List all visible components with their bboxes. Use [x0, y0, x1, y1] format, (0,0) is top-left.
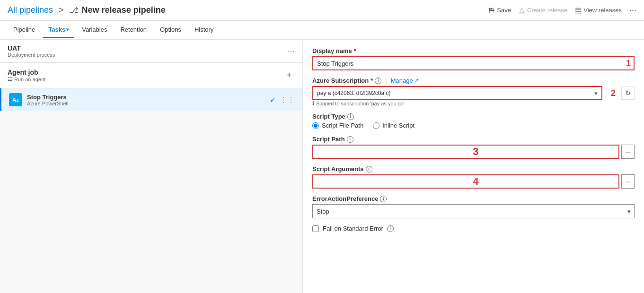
radio-script-file-path-input[interactable] — [312, 122, 319, 129]
error-action-group: ErrorActionPreference i Stop Continue Si… — [312, 195, 635, 218]
error-action-info-icon[interactable]: i — [380, 196, 387, 202]
script-path-input[interactable] — [312, 145, 619, 159]
subscription-value: pay a (c42063. df2f392c0afc) — [317, 90, 390, 96]
scoped-note: ℹ Scoped to subscription 'pay as you go' — [312, 100, 635, 106]
task-type: Azure PowerShell — [27, 101, 68, 106]
tasks-chevron-icon: ▾ — [66, 27, 69, 32]
tab-history[interactable]: History — [189, 22, 219, 38]
page-title: New release pipeline — [82, 5, 166, 15]
fail-on-error-info-icon[interactable]: i — [387, 225, 394, 232]
agent-job-subtitle: ☰ Run on agent — [8, 76, 45, 82]
more-actions-button[interactable]: ··· — [629, 5, 636, 15]
nav-tabs: Pipeline Tasks ▾ Variables Retention Opt… — [0, 21, 644, 40]
agent-icon: ☰ — [8, 76, 12, 82]
error-action-label: ErrorActionPreference i — [312, 195, 635, 202]
script-arguments-input[interactable] — [312, 174, 619, 189]
script-type-radio-group: Script File Path Inline Script — [312, 122, 635, 129]
external-link-icon: ↗ — [414, 77, 419, 84]
uat-section: UAT Deployment process ··· — [0, 40, 302, 63]
radio-inline-script[interactable]: Inline Script — [373, 122, 415, 129]
task-item-right: ✓ ⋮⋮ — [270, 95, 295, 104]
uat-subtitle: Deployment process — [8, 52, 55, 58]
uat-more-button[interactable]: ··· — [288, 47, 295, 55]
azure-powershell-icon: Az — [9, 93, 22, 106]
tab-variables[interactable]: Variables — [76, 22, 113, 38]
subscription-chevron-icon: ▾ — [594, 90, 598, 97]
task-check-icon: ✓ — [270, 95, 276, 104]
script-arguments-label: Script Arguments i — [312, 165, 635, 172]
error-action-select[interactable]: Stop Continue SilentlyContinue — [312, 204, 635, 218]
task-item-left: Az Stop Triggers Azure PowerShell — [9, 93, 68, 106]
subscription-label-row: Azure Subscription * i | Manage ↗ — [312, 77, 635, 84]
uat-header: UAT Deployment process ··· — [0, 40, 302, 62]
display-name-required: * — [354, 47, 356, 54]
subscription-select[interactable]: pay a (c42063. df2f392c0afc) ▾ — [312, 86, 602, 100]
subscription-refresh-button[interactable]: ↻ — [621, 86, 635, 100]
uat-title: UAT — [8, 44, 55, 52]
pipe-separator: | — [385, 77, 387, 84]
left-panel: UAT Deployment process ··· Agent job ☰ R… — [0, 40, 303, 293]
tab-retention[interactable]: Retention — [115, 22, 152, 38]
script-arguments-info-icon[interactable]: i — [366, 166, 372, 172]
fail-on-error-checkbox[interactable] — [312, 225, 319, 232]
breadcrumb-link[interactable]: All pipelines — [8, 5, 53, 15]
info-small-icon: ℹ — [312, 100, 314, 106]
uat-info: UAT Deployment process — [8, 44, 55, 58]
azure-subscription-group: Azure Subscription * i | Manage ↗ pay a … — [312, 77, 635, 106]
subscription-info-icon[interactable]: i — [375, 78, 381, 84]
top-bar: All pipelines > ⎇ New release pipeline S… — [0, 0, 644, 21]
script-arguments-input-row: 4 ··· — [312, 174, 635, 189]
tab-tasks[interactable]: Tasks ▾ — [43, 22, 74, 38]
task-name: Stop Triggers — [27, 94, 68, 101]
manage-link[interactable]: Manage ↗ — [391, 77, 419, 84]
agent-job: Agent job ☰ Run on agent + — [0, 63, 302, 88]
subscription-label: Azure Subscription * i — [312, 77, 381, 84]
fail-on-error-row: Fail on Standard Error i — [312, 225, 635, 232]
script-path-group: Script Path i 3 ··· — [312, 136, 635, 159]
top-bar-actions: Save Create release View releases ··· — [488, 5, 636, 15]
script-arguments-group: Script Arguments i 4 ··· — [312, 165, 635, 189]
script-path-browse-button[interactable]: ··· — [621, 145, 635, 159]
radio-script-file-path[interactable]: Script File Path — [312, 122, 363, 129]
create-release-button[interactable]: Create release — [519, 7, 567, 14]
fail-on-error-group: Fail on Standard Error i — [312, 225, 635, 232]
display-name-input[interactable] — [312, 56, 635, 70]
script-path-label: Script Path i — [312, 136, 635, 143]
pipeline-type-icon: ⎇ — [70, 6, 78, 15]
radio-inline-script-input[interactable] — [373, 122, 379, 129]
right-panel: Display name * 1 Azure Subscription * i … — [303, 40, 644, 293]
script-type-label: Script Type i — [312, 113, 635, 120]
main-layout: UAT Deployment process ··· Agent job ☰ R… — [0, 40, 644, 293]
agent-job-info: Agent job ☰ Run on agent — [8, 69, 45, 82]
subscription-input-row: pay a (c42063. df2f392c0afc) ▾ 2 ↻ — [312, 86, 635, 100]
tab-options[interactable]: Options — [154, 22, 187, 38]
display-name-label: Display name * — [312, 47, 635, 54]
breadcrumb-separator: > — [59, 5, 64, 15]
task-drag-icon: ⋮⋮ — [280, 95, 295, 104]
script-path-input-row: 3 ··· — [312, 145, 635, 159]
view-releases-button[interactable]: View releases — [575, 7, 622, 14]
error-action-select-wrapper: Stop Continue SilentlyContinue — [312, 204, 635, 218]
agent-job-title: Agent job — [8, 69, 45, 76]
script-type-group: Script Type i Script File Path Inline Sc… — [312, 113, 635, 129]
script-path-info-icon[interactable]: i — [347, 136, 353, 143]
tab-pipeline[interactable]: Pipeline — [8, 22, 41, 38]
script-type-info-icon[interactable]: i — [347, 113, 354, 120]
task-info: Stop Triggers Azure PowerShell — [27, 94, 68, 106]
annotation-2: 2 — [611, 88, 616, 98]
add-task-button[interactable]: + — [283, 70, 295, 81]
task-item[interactable]: Az Stop Triggers Azure PowerShell ✓ ⋮⋮ — [0, 88, 302, 111]
script-arguments-browse-button[interactable]: ··· — [621, 174, 635, 189]
display-name-group: Display name * 1 — [312, 47, 635, 70]
fail-on-error-label: Fail on Standard Error — [323, 225, 383, 232]
top-bar-left: All pipelines > ⎇ New release pipeline — [8, 5, 166, 15]
save-button[interactable]: Save — [488, 7, 511, 14]
